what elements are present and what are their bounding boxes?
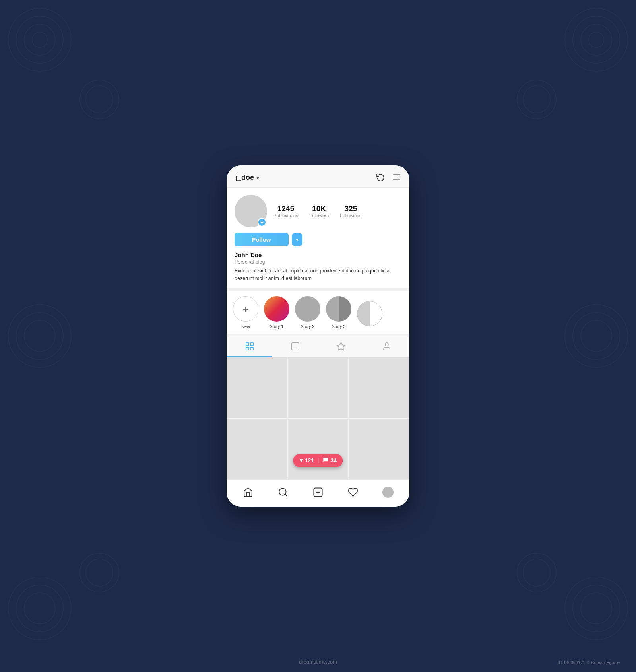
watermark-circle xyxy=(8,304,72,368)
nav-search[interactable] xyxy=(275,485,291,499)
stat-followings: 325 Followings xyxy=(340,204,361,218)
svg-point-9 xyxy=(385,343,388,346)
followers-label: Followers xyxy=(309,213,329,218)
photo-grid: ♥ 121 34 xyxy=(227,357,409,479)
top-bar-right xyxy=(376,173,401,183)
profile-bio: Excepteur sint occaecat cupidatat non pr… xyxy=(235,267,401,282)
add-story-button[interactable]: + xyxy=(258,218,266,227)
profile-name: John Doe xyxy=(235,252,401,258)
comments-count: 34 xyxy=(330,457,337,464)
story-4-circle xyxy=(357,301,382,326)
grid-cell[interactable] xyxy=(349,419,409,479)
watermark-circle xyxy=(564,577,628,640)
tab-posts[interactable] xyxy=(272,336,318,357)
watermark-circle xyxy=(564,304,628,368)
profile-section: + 1245 Publications 10K Followers 325 Fo… xyxy=(227,188,409,288)
watermark-circle xyxy=(517,553,556,592)
username: j_doe xyxy=(235,173,254,182)
profile-avatar-small xyxy=(382,487,394,498)
svg-rect-4 xyxy=(250,343,253,346)
new-story-label: New xyxy=(241,324,250,329)
follow-button[interactable]: Follow xyxy=(235,233,289,246)
publications-label: Publications xyxy=(273,213,298,218)
stories-row: + New Story 1 Story 2 Story 3 xyxy=(233,296,403,329)
svg-rect-3 xyxy=(246,343,249,346)
story-2-circle xyxy=(295,296,320,322)
top-bar: j_doe ▾ xyxy=(227,165,409,188)
svg-marker-8 xyxy=(337,342,345,350)
profile-subtitle: Personal blog xyxy=(235,259,401,265)
followings-count: 325 xyxy=(340,204,361,213)
bottom-nav xyxy=(227,479,409,507)
notification-divider xyxy=(318,458,318,463)
story-item-1[interactable]: Story 1 xyxy=(264,296,289,329)
watermark-inner xyxy=(32,32,48,48)
watermark-circle xyxy=(8,8,72,72)
plus-icon: + xyxy=(242,304,248,314)
top-bar-left: j_doe ▾ xyxy=(235,173,259,182)
tab-grid[interactable] xyxy=(227,336,272,357)
story-3-label: Story 3 xyxy=(332,324,346,329)
story-3-circle xyxy=(326,296,351,322)
comments-notification: 34 xyxy=(322,457,337,464)
story-item-3[interactable]: Story 3 xyxy=(326,296,351,329)
svg-rect-6 xyxy=(250,347,253,350)
watermark-circle xyxy=(80,80,119,119)
follow-dropdown-button[interactable]: ▾ xyxy=(292,233,302,246)
story-2-label: Story 2 xyxy=(301,324,315,329)
profile-header: + 1245 Publications 10K Followers 325 Fo… xyxy=(235,195,401,227)
stats-row: 1245 Publications 10K Followers 325 Foll… xyxy=(273,204,362,218)
tabs-section xyxy=(227,336,409,357)
notification-badge: ♥ 121 34 xyxy=(293,454,343,467)
followings-label: Followings xyxy=(340,213,361,218)
story-item-4[interactable] xyxy=(357,301,382,329)
heart-icon: ♥ xyxy=(299,457,303,464)
grid-cell[interactable] xyxy=(227,419,287,479)
watermark-circle xyxy=(564,8,628,72)
stat-followers: 10K Followers xyxy=(309,204,329,218)
likes-count: 121 xyxy=(305,457,314,464)
watermark-inner xyxy=(24,24,56,56)
svg-line-11 xyxy=(285,494,287,496)
story-item-new[interactable]: + New xyxy=(233,296,258,329)
grid-cell[interactable] xyxy=(288,357,348,418)
nav-add[interactable] xyxy=(310,485,326,499)
watermark-circle xyxy=(8,577,72,640)
chevron-down-icon[interactable]: ▾ xyxy=(256,175,259,181)
watermark-circle xyxy=(517,80,556,119)
nav-activity[interactable] xyxy=(345,485,361,499)
menu-icon[interactable] xyxy=(392,173,401,183)
grid-cell[interactable] xyxy=(349,357,409,418)
likes-notification: ♥ 121 xyxy=(299,457,314,464)
story-1-circle xyxy=(264,296,289,322)
stat-publications: 1245 Publications xyxy=(273,204,298,218)
grid-cell[interactable] xyxy=(227,357,287,418)
grid-cell[interactable]: ♥ 121 34 xyxy=(288,419,348,479)
watermark-text: dreamstime.com xyxy=(299,659,337,665)
avatar-wrap: + xyxy=(235,195,267,227)
nav-profile[interactable] xyxy=(380,485,396,499)
new-story-circle: + xyxy=(233,296,258,322)
watermark-circle xyxy=(80,553,119,592)
tab-saved[interactable] xyxy=(318,336,364,357)
watermark-id: ID 146066171 © Roman Egorov xyxy=(558,660,620,665)
story-1-label: Story 1 xyxy=(270,324,284,329)
chat-icon xyxy=(322,457,329,464)
tab-tagged[interactable] xyxy=(364,336,409,357)
svg-rect-5 xyxy=(246,347,249,350)
phone-mockup: j_doe ▾ + xyxy=(227,165,409,506)
followers-count: 10K xyxy=(309,204,329,213)
svg-rect-7 xyxy=(292,343,299,350)
watermark-inner xyxy=(16,16,64,64)
nav-home[interactable] xyxy=(240,485,256,499)
follow-row: Follow ▾ xyxy=(235,233,401,246)
history-icon[interactable] xyxy=(376,173,385,183)
story-item-2[interactable]: Story 2 xyxy=(295,296,320,329)
stories-section: + New Story 1 Story 2 Story 3 xyxy=(227,290,409,334)
publications-count: 1245 xyxy=(273,204,298,213)
